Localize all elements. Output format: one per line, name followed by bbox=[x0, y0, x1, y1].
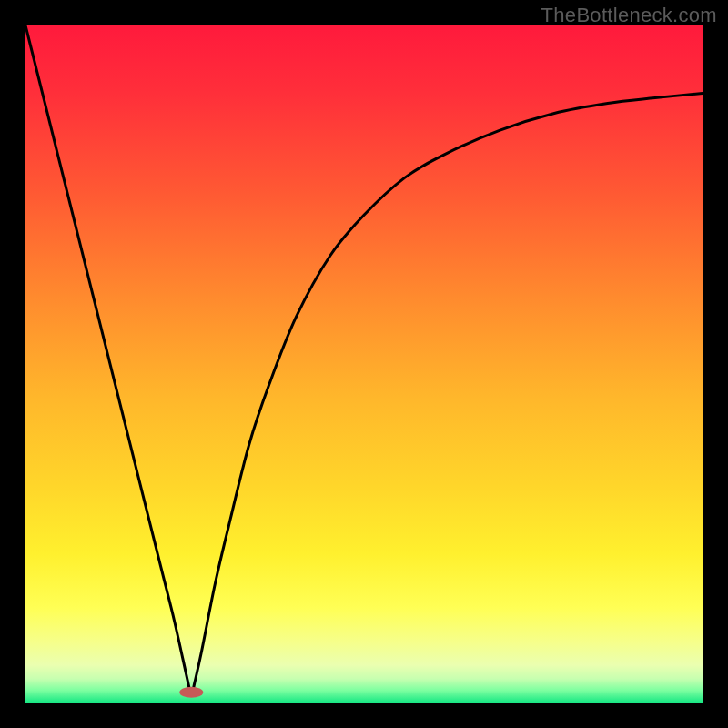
chart-background bbox=[25, 25, 703, 703]
optimal-point-marker bbox=[179, 687, 203, 698]
watermark-label: TheBottleneck.com bbox=[541, 4, 717, 27]
chart-frame: TheBottleneck.com bbox=[0, 0, 728, 728]
chart-plot bbox=[25, 25, 703, 703]
